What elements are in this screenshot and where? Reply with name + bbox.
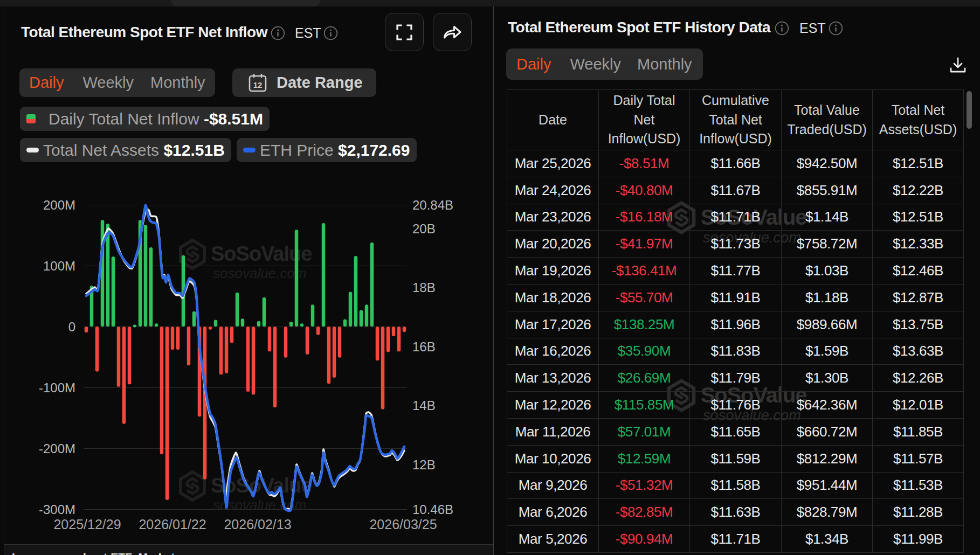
svg-text:10.46B: 10.46B [412,502,453,517]
svg-text:-300M: -300M [39,502,75,517]
svg-text:0: 0 [68,320,75,334]
svg-text:16B: 16B [412,339,436,354]
svg-text:20.84B: 20.84B [412,198,453,212]
svg-text:sosovalue.com: sosovalue.com [213,265,306,281]
svg-text:200M: 200M [43,198,75,212]
svg-text:20B: 20B [412,221,436,236]
svg-text:18B: 18B [412,280,436,295]
svg-text:14B: 14B [412,398,436,413]
svg-text:100M: 100M [43,259,75,273]
svg-text:2026/03/25: 2026/03/25 [369,517,437,532]
svg-text:-200M: -200M [39,441,75,456]
svg-text:12B: 12B [412,457,436,472]
svg-text:-100M: -100M [39,380,75,395]
svg-text:2025/12/29: 2025/12/29 [53,517,121,532]
svg-text:2026/02/13: 2026/02/13 [224,517,291,532]
svg-text:2026/01/22: 2026/01/22 [139,517,206,532]
